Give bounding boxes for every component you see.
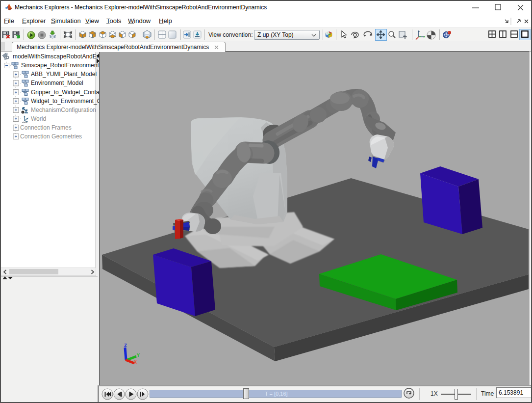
svg-text:Y: Y — [137, 353, 140, 358]
svg-text:X: X — [134, 360, 137, 365]
svg-text:Z: Z — [124, 343, 127, 349]
